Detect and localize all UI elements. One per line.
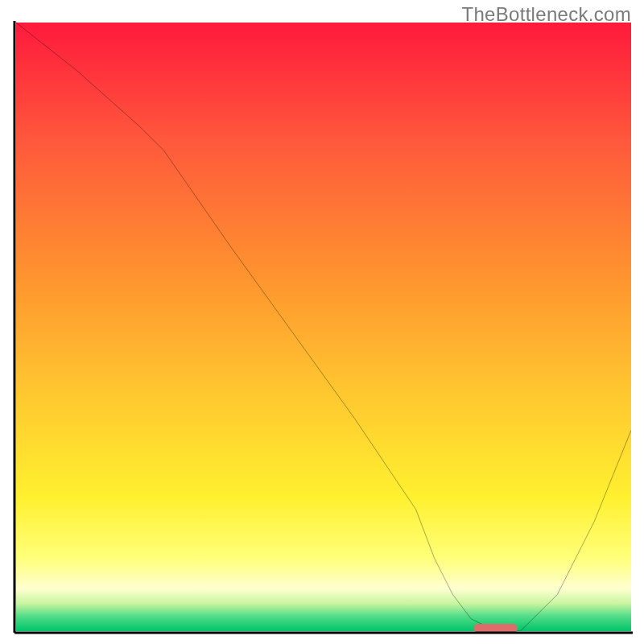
bottleneck-curve xyxy=(16,23,631,631)
optimal-range-marker xyxy=(474,624,517,633)
plot-area xyxy=(16,23,631,631)
chart-container: TheBottleneck.com xyxy=(0,0,644,644)
